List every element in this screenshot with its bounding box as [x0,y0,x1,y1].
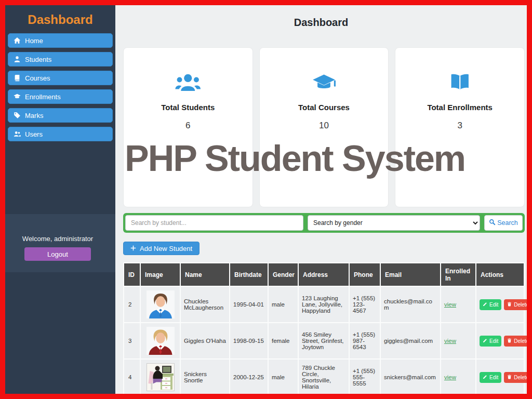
sidebar-item-label: Marks [25,112,43,119]
book-icon [14,74,21,82]
edit-button[interactable]: Edit [480,372,501,383]
card-total-courses: Total Courses 10 [259,47,389,207]
cell-email: snickers@mail.com [381,360,440,394]
cell-id: 2 [124,287,140,322]
sidebar-item-users[interactable]: Users [8,127,113,141]
cell-enrolled: view [441,360,475,394]
gender-select[interactable]: Search by gender [308,215,480,231]
sidebar-item-home[interactable]: Home [8,33,113,48]
logout-button[interactable]: Logout [24,247,91,261]
page-title: Dashboard [115,17,527,29]
search-button[interactable]: Search [484,215,523,231]
card-label: Total Enrollments [395,103,524,112]
sidebar-item-courses[interactable]: Courses [8,71,113,85]
sidebar-item-students[interactable]: Students [8,52,113,66]
user-icon [14,56,21,63]
delete-label: Delete [514,302,527,308]
card-total-students: Total Students 6 [123,47,253,207]
edit-label: Edit [489,302,498,308]
add-student-label: Add New Student [140,245,192,252]
cell-email: chuckles@mail.com [381,287,440,322]
students-table-wrap: ID Image Name Birthdate Gender Address P… [123,262,525,394]
sidebar-item-label: Enrollments [25,93,61,101]
main-content: Dashboard Total Students 6 Total Courses… [115,5,527,394]
cell-enrolled: view [441,287,475,322]
edit-icon [483,302,487,308]
trash-icon [507,338,512,344]
cell-birthdate: 1995-04-01 [230,287,268,322]
card-value: 3 [395,121,524,131]
open-book-icon [395,72,524,92]
sidebar-title: Dashboard [5,5,115,27]
col-header-actions: Actions [476,263,524,286]
edit-button[interactable]: Edit [480,299,501,310]
cell-birthdate: 2000-12-25 [230,360,268,394]
sidebar-item-enrollments[interactable]: Enrollments [8,89,113,104]
cell-name: Giggles O'Haha [181,323,229,358]
view-enrollments-link[interactable]: view [444,338,456,344]
view-enrollments-link[interactable]: view [444,374,456,380]
student-avatar-person-at-computer [147,363,175,391]
sidebar-item-label: Home [25,37,43,45]
delete-button[interactable]: Delete [504,299,527,310]
sidebar-menu: Home Students Courses Enrollments [5,33,115,141]
edit-label: Edit [489,338,498,344]
cell-email: giggles@mail.com [381,323,440,358]
cell-gender: male [269,360,298,394]
users-group-icon [124,72,252,92]
cell-image [141,323,180,358]
card-value: 6 [124,121,252,131]
cell-birthdate: 1998-09-15 [230,323,268,358]
sidebar-user-panel: Welcome, administrator Logout [0,214,115,272]
cell-address: 123 Laughing Lane, Jollyville, Happyland [299,287,349,322]
sidebar-item-label: Users [25,130,43,138]
cell-address: 456 Smiley Street, Grinfest, Joytown [299,323,349,358]
card-label: Total Courses [260,103,389,112]
sidebar-item-label: Students [25,56,51,63]
search-button-label: Search [497,219,518,227]
col-header-phone: Phone [350,263,380,286]
trash-icon [507,375,512,380]
plus-icon [130,245,136,252]
edit-button[interactable]: Edit [480,336,501,347]
col-header-image: Image [141,263,180,286]
cell-actions: Edit Delete [476,287,524,322]
table-row: 4 [124,360,524,394]
delete-button[interactable]: Delete [504,336,527,347]
sidebar: Dashboard Home Students Courses [5,5,115,394]
edit-icon [483,375,487,380]
add-student-button[interactable]: Add New Student [123,242,200,255]
card-total-enrollments: Total Enrollments 3 [395,47,525,207]
cell-image [141,287,180,322]
summary-cards: Total Students 6 Total Courses 10 Total … [123,47,525,207]
edit-label: Edit [489,375,498,380]
graduation-cap-icon [260,72,389,92]
card-value: 10 [260,121,389,131]
search-input[interactable] [125,215,303,231]
sidebar-item-marks[interactable]: Marks [8,108,113,123]
col-header-gender: Gender [269,263,298,286]
cell-gender: female [269,323,298,358]
app-window: Dashboard Home Students Courses [0,0,532,399]
student-avatar-person-red-suit [147,327,175,355]
cell-name: Chuckles McLaugherson [181,287,229,322]
watermark: PHP Student System [125,138,465,179]
cell-actions: Edit Delete [476,323,524,358]
col-header-id: ID [124,263,140,286]
view-enrollments-link[interactable]: view [444,301,456,308]
sidebar-item-label: Courses [25,74,50,82]
col-header-birthdate: Birthdate [230,263,268,286]
trash-icon [507,302,512,308]
students-table: ID Image Name Birthdate Gender Address P… [123,262,525,394]
tag-icon [14,112,21,119]
graduation-cap-icon [14,93,21,100]
users-icon [14,130,21,138]
cell-enrolled: view [441,323,475,358]
table-header-row: ID Image Name Birthdate Gender Address P… [124,263,524,286]
cell-name: Snickers Snortle [181,360,229,394]
col-header-name: Name [181,263,229,286]
search-bar: Search by gender Search [123,213,525,233]
delete-button[interactable]: Delete [504,372,527,383]
cell-phone: +1 (555) 987-6543 [350,323,380,358]
delete-label: Delete [514,375,527,380]
